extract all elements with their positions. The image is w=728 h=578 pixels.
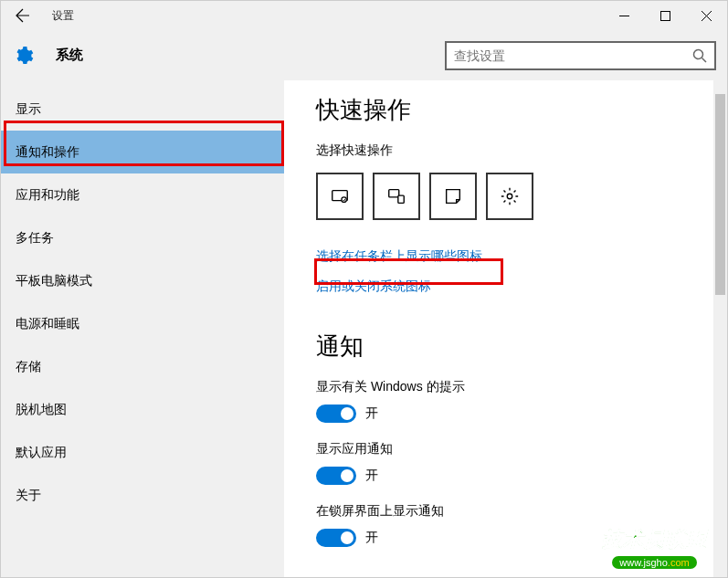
window-title: 设置 <box>52 8 74 24</box>
sidebar-item-label: 通知和操作 <box>16 144 79 161</box>
svg-rect-0 <box>661 11 670 20</box>
toggle-state: 开 <box>365 468 378 484</box>
search-icon <box>692 48 707 63</box>
sidebar-item-label: 电源和睡眠 <box>16 316 79 332</box>
sidebar-item-about[interactable]: 关于 <box>1 474 284 517</box>
sidebar-item-label: 存储 <box>16 359 41 375</box>
section-sub-quick: 选择快速操作 <box>316 142 700 159</box>
sidebar-item-apps[interactable]: 应用和功能 <box>1 173 284 216</box>
svg-point-1 <box>694 49 703 58</box>
toggle-tips[interactable] <box>316 405 356 423</box>
section-title-quick: 快速操作 <box>316 94 700 126</box>
sidebar-item-label: 关于 <box>16 488 41 504</box>
sidebar-item-label: 平板电脑模式 <box>16 273 92 289</box>
sidebar-item-storage[interactable]: 存储 <box>1 345 284 388</box>
sidebar-item-label: 显示 <box>16 101 41 118</box>
svg-rect-4 <box>389 190 399 197</box>
sidebar-item-multitask[interactable]: 多任务 <box>1 216 284 259</box>
close-button[interactable] <box>686 1 727 30</box>
gear-icon <box>500 186 520 206</box>
sidebar-item-label: 脱机地图 <box>16 402 67 418</box>
sidebar-item-notifications[interactable]: 通知和操作 <box>1 131 284 173</box>
scrollbar[interactable] <box>713 80 727 577</box>
sidebar-item-power[interactable]: 电源和睡眠 <box>1 302 284 345</box>
note-icon <box>443 186 463 206</box>
maximize-button[interactable] <box>645 1 686 30</box>
minimize-button[interactable] <box>604 1 645 30</box>
sidebar-item-label: 多任务 <box>16 230 54 247</box>
sidebar-item-maps[interactable]: 脱机地图 <box>1 388 284 431</box>
connect-icon <box>386 186 406 206</box>
sidebar-item-label: 默认应用 <box>16 445 67 461</box>
link-system-icons[interactable]: 启用或关闭系统图标 <box>316 278 431 295</box>
content-area: 快速操作 选择快速操作 选择在任务栏上显示哪些图标 启用或关闭系统图标 通知 显… <box>284 80 727 577</box>
toggle-state: 开 <box>365 530 378 546</box>
svg-rect-5 <box>398 195 404 203</box>
toggle-state: 开 <box>365 405 378 422</box>
svg-point-6 <box>507 194 512 199</box>
sidebar: 显示 通知和操作 应用和功能 多任务 平板电脑模式 电源和睡眠 存储 脱机地图 … <box>1 80 284 577</box>
sidebar-item-label: 应用和功能 <box>16 187 79 204</box>
settings-gear-icon <box>12 45 34 67</box>
toggle-label: 显示应用通知 <box>316 441 700 457</box>
back-button[interactable] <box>1 1 45 30</box>
scrollbar-thumb[interactable] <box>715 94 725 295</box>
toggle-app-notif[interactable] <box>316 467 356 485</box>
quick-tile-connect[interactable] <box>373 173 420 220</box>
back-arrow-icon <box>16 8 30 23</box>
toggle-label: 显示有关 Windows 的提示 <box>316 379 700 395</box>
minimize-icon <box>619 11 629 21</box>
section-title-notif: 通知 <box>316 331 700 363</box>
toggle-lock-notif[interactable] <box>316 529 356 547</box>
quick-tile-settings[interactable] <box>486 173 533 220</box>
sidebar-item-defaultapps[interactable]: 默认应用 <box>1 431 284 474</box>
search-input[interactable] <box>454 48 692 63</box>
page-title: 系统 <box>56 47 83 64</box>
link-taskbar-icons[interactable]: 选择在任务栏上显示哪些图标 <box>316 248 482 265</box>
sidebar-item-display[interactable]: 显示 <box>1 88 284 131</box>
tablet-icon <box>330 186 350 206</box>
close-icon <box>702 11 712 21</box>
toggle-label: 在锁屏界面上显示通知 <box>316 503 700 520</box>
quick-tile-tablet[interactable] <box>316 173 364 220</box>
maximize-icon <box>660 11 670 21</box>
quick-tile-note[interactable] <box>429 173 477 220</box>
search-box[interactable] <box>445 41 716 70</box>
sidebar-item-tablet[interactable]: 平板电脑模式 <box>1 259 284 302</box>
